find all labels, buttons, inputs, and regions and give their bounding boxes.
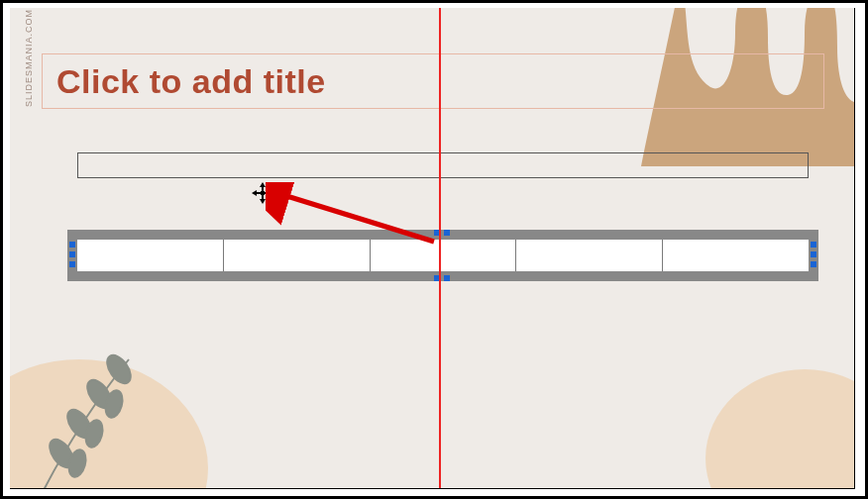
svg-marker-7 [260, 182, 266, 191]
drag-ghost-outline [77, 152, 809, 178]
svg-rect-11 [261, 191, 265, 195]
svg-point-3 [62, 406, 95, 443]
table-cell[interactable] [77, 240, 224, 271]
leaf-decoration [20, 340, 159, 489]
resize-handle-bottom[interactable] [434, 275, 440, 281]
table-cell[interactable] [516, 240, 663, 271]
resize-handle-top[interactable] [444, 230, 450, 236]
svg-marker-10 [265, 190, 273, 196]
svg-point-2 [103, 388, 126, 419]
resize-handle-right[interactable] [811, 251, 816, 257]
table-object[interactable] [67, 230, 818, 281]
svg-point-6 [66, 448, 89, 478]
svg-marker-8 [260, 195, 266, 204]
table-cell[interactable] [371, 240, 517, 271]
blob-bottom-right-decoration [705, 369, 855, 489]
table-cell[interactable] [663, 240, 809, 271]
svg-point-0 [102, 351, 135, 388]
title-placeholder[interactable]: Click to add title [42, 53, 824, 109]
blob-bottom-left-decoration [10, 359, 208, 489]
svg-point-5 [45, 436, 77, 472]
svg-marker-9 [252, 190, 261, 196]
resize-handle-left[interactable] [69, 242, 75, 248]
move-cursor-icon [252, 182, 273, 204]
resize-handle-top[interactable] [434, 230, 440, 236]
table-row[interactable] [77, 240, 809, 271]
resize-handle-bottom[interactable] [444, 275, 450, 281]
watermark-text: SLIDESMANIA.COM [24, 9, 34, 107]
svg-point-4 [83, 418, 106, 449]
title-placeholder-text: Click to add title [56, 62, 326, 101]
resize-handle-right[interactable] [811, 242, 816, 248]
resize-handle-left[interactable] [69, 251, 75, 257]
resize-handle-left[interactable] [69, 261, 75, 267]
resize-handle-right[interactable] [811, 261, 816, 267]
table-cell[interactable] [224, 240, 371, 271]
slide-canvas[interactable]: SLIDESMANIA.COM Click to add title [10, 8, 855, 489]
svg-point-1 [82, 376, 115, 413]
